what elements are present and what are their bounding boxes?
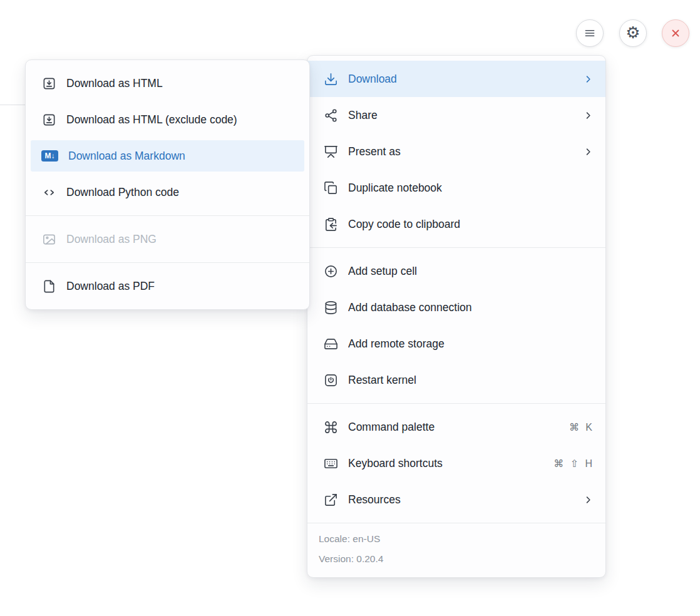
menu-item-label: Add setup cell <box>348 265 594 278</box>
file-download-icon <box>41 76 56 91</box>
download-submenu: Download as HTML Download as HTML (exclu… <box>25 59 310 310</box>
menu-item-label: Duplicate notebook <box>348 182 594 195</box>
command-icon <box>323 419 338 434</box>
submenu-item-download-png: Download as PNG <box>26 221 309 257</box>
submenu-item-download-html-exclude-code[interactable]: Download as HTML (exclude code) <box>26 101 309 138</box>
menu-footer: Locale: en-US Version: 0.20.4 <box>307 523 605 577</box>
menu-item-download[interactable]: Download <box>307 61 605 97</box>
download-icon <box>323 71 338 86</box>
menu-item-label: Keyboard shortcuts <box>348 457 543 470</box>
menu-separator <box>307 403 605 404</box>
menu-item-label: Copy code to clipboard <box>348 218 594 231</box>
notebook-actions-menu: Download Share Present <box>307 55 606 578</box>
shortcut-hint: ⌘ K <box>569 421 594 433</box>
app-background: ⚙ Download <box>0 0 700 616</box>
submenu-item-download-pdf[interactable]: Download as PDF <box>26 268 309 304</box>
menu-item-label: Download Python code <box>66 186 298 199</box>
image-icon <box>41 232 56 247</box>
gear-icon: ⚙ <box>625 24 640 41</box>
power-icon <box>323 372 338 388</box>
menu-item-copy-code[interactable]: Copy code to clipboard <box>307 206 605 242</box>
code-icon <box>41 185 56 200</box>
menu-item-share[interactable]: Share <box>307 97 605 133</box>
menu-item-label: Add database connection <box>348 301 594 314</box>
duplicate-icon <box>323 180 338 195</box>
shortcut-hint: ⌘ ⇧ H <box>553 458 594 470</box>
close-icon <box>670 28 681 39</box>
hamburger-icon <box>584 27 596 39</box>
file-icon <box>41 279 56 294</box>
menu-item-keyboard-shortcuts[interactable]: Keyboard shortcuts ⌘ ⇧ H <box>307 445 605 481</box>
plus-circle-icon <box>323 264 338 279</box>
menu-item-label: Download as Markdown <box>68 150 299 163</box>
menu-item-restart-kernel[interactable]: Restart kernel <box>307 362 605 398</box>
chevron-right-icon <box>582 73 594 85</box>
menu-item-label: Download <box>348 73 572 86</box>
version-text: Version: 0.20.4 <box>319 549 594 569</box>
chevron-right-icon <box>582 146 594 158</box>
submenu-item-download-python-code[interactable]: Download Python code <box>26 174 309 210</box>
chevron-right-icon <box>582 494 594 506</box>
menu-separator <box>307 247 605 248</box>
menu-item-label: Download as PDF <box>66 280 298 293</box>
menu-item-command-palette[interactable]: Command palette ⌘ K <box>307 409 605 445</box>
menu-item-label: Restart kernel <box>348 374 594 387</box>
menu-item-label: Present as <box>348 145 572 158</box>
submenu-item-download-markdown[interactable]: M↓ Download as Markdown <box>31 140 304 172</box>
hard-drive-icon <box>323 336 338 351</box>
submenu-item-download-html[interactable]: Download as HTML <box>26 65 309 101</box>
underlying-cell-border <box>0 81 25 105</box>
menu-separator <box>26 262 309 263</box>
menu-item-label: Resources <box>348 493 572 506</box>
file-download-icon <box>41 112 56 127</box>
menu-item-resources[interactable]: Resources <box>307 481 605 518</box>
notebook-menu-button[interactable] <box>576 19 604 47</box>
menu-item-present-as[interactable]: Present as <box>307 133 605 170</box>
shutdown-button[interactable] <box>662 19 689 47</box>
clipboard-copy-icon <box>323 217 338 232</box>
markdown-badge: M↓ <box>41 150 58 162</box>
menu-item-add-remote-storage[interactable]: Add remote storage <box>307 326 605 362</box>
menu-item-label: Command palette <box>348 421 559 434</box>
keyboard-icon <box>323 456 338 471</box>
locale-text: Locale: en-US <box>319 529 594 549</box>
markdown-icon: M↓ <box>41 148 58 163</box>
settings-button[interactable]: ⚙ <box>619 19 647 47</box>
menu-item-add-database-connection[interactable]: Add database connection <box>307 289 605 326</box>
presentation-icon <box>323 144 338 159</box>
menu-item-label: Download as HTML (exclude code) <box>66 113 298 126</box>
menu-item-label: Download as PNG <box>66 233 298 246</box>
menu-item-duplicate-notebook[interactable]: Duplicate notebook <box>307 170 605 206</box>
menu-item-add-setup-cell[interactable]: Add setup cell <box>307 253 605 289</box>
external-link-icon <box>323 492 338 507</box>
menu-item-label: Add remote storage <box>348 337 594 351</box>
share-icon <box>323 108 338 123</box>
menu-item-label: Share <box>348 109 572 122</box>
database-icon <box>323 300 338 315</box>
chevron-right-icon <box>582 110 594 121</box>
menu-item-label: Download as HTML <box>66 77 298 90</box>
menu-separator <box>26 215 309 216</box>
